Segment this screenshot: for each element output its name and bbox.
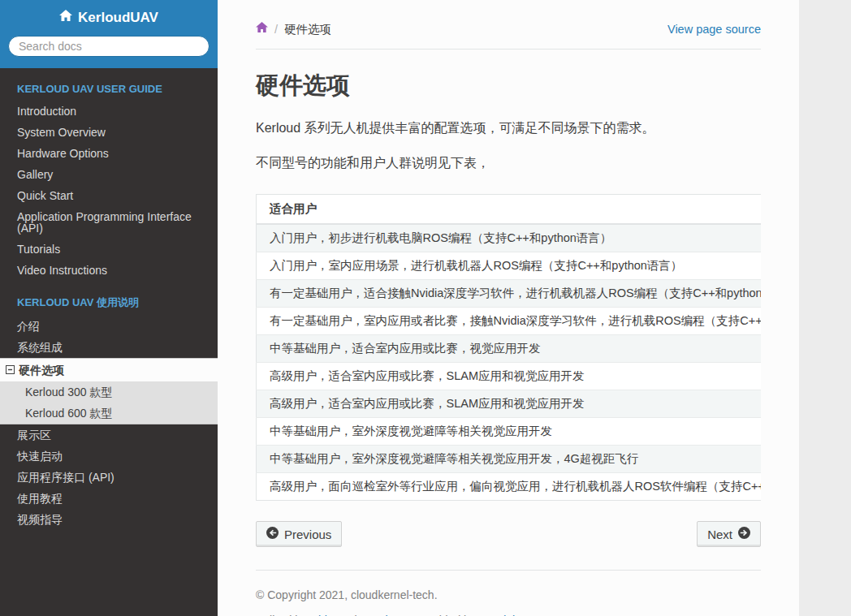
sidebar-item-jieshao[interactable]: 介绍	[0, 316, 218, 337]
table-cell: 中等基础用户，适合室内应用或比赛，视觉应用开发	[257, 335, 762, 363]
users-table-container: 适合用户 入门用户，初步进行机载电脑ROS编程（支持C++和python语言） …	[256, 194, 761, 501]
sidebar-item-yingjianxuanxiang-current[interactable]: 硬件选项	[0, 359, 218, 381]
sidebar-item-tutorials[interactable]: Tutorials	[0, 239, 218, 260]
sidebar-item-api[interactable]: Application Programming Interface (API)	[0, 206, 218, 239]
sidebar-item-video-instructions[interactable]: Video Instructions	[0, 260, 218, 281]
table-cell: 入门用户，初步进行机载电脑ROS编程（支持C++和python语言）	[257, 224, 762, 252]
breadcrumb: / 硬件选项 View page source	[256, 21, 761, 37]
sidebar-item-shipinzhidao[interactable]: 视频指导	[0, 509, 218, 530]
table-cell: 入门用户，室内应用场景，进行机载机器人ROS编程（支持C++和python语言）	[257, 252, 762, 280]
sidebar-item-system-overview[interactable]: System Overview	[0, 122, 218, 143]
table-row: 高级用户，面向巡检室外等行业应用，偏向视觉应用，进行机载机器人ROS软件编程（支…	[257, 473, 762, 501]
sidebar-item-shiyongjiaocheng[interactable]: 使用教程	[0, 488, 218, 509]
arrow-circle-left-icon	[266, 527, 279, 541]
previous-button-label: Previous	[284, 528, 331, 541]
app-title-link[interactable]: KerloudUAV	[59, 10, 158, 26]
table-row: 入门用户，初步进行机载电脑ROS编程（支持C++和python语言）	[257, 224, 762, 252]
breadcrumb-home-link[interactable]	[256, 21, 268, 37]
table-cell: 中等基础用户，室外深度视觉避障等相关视觉应用开发	[257, 418, 762, 446]
nav-caption-user-guide: KERLOUD UAV USER GUIDE	[0, 68, 218, 101]
collapse-toggle-icon[interactable]	[6, 364, 15, 376]
sidebar-item-kuaisuqidong[interactable]: 快速启动	[0, 446, 218, 467]
table-row: 中等基础用户，室外深度视觉避障等相关视觉应用开发	[257, 418, 762, 446]
table-cell: 中等基础用户，室外深度视觉避障等相关视觉应用开发，4G超视距飞行	[257, 446, 762, 473]
next-button-label: Next	[707, 528, 732, 541]
breadcrumb-separator: /	[274, 21, 278, 37]
content-card: / 硬件选项 View page source 硬件选项 Kerloud 系列无…	[218, 0, 799, 616]
next-button[interactable]: Next	[697, 521, 761, 547]
sidebar-nav: KERLOUD UAV USER GUIDE Introduction Syst…	[0, 68, 218, 616]
footer: © Copyright 2021, cloudkernel-tech. Buil…	[256, 588, 761, 616]
breadcrumb-current: 硬件选项	[284, 21, 331, 37]
sidebar-sub-list: Kerloud 300 款型 Kerloud 600 款型	[0, 381, 218, 424]
sidebar-item-xitongzucheng[interactable]: 系统组成	[0, 337, 218, 358]
sidebar-item-quick-start[interactable]: Quick Start	[0, 185, 218, 206]
sidebar: KerloudUAV KERLOUD UAV USER GUIDE Introd…	[0, 0, 218, 616]
table-row: 高级用户，适合室内应用或比赛，SLAM应用和视觉应用开发	[257, 390, 762, 418]
intro-paragraph-1: Kerloud 系列无人机提供丰富的配置选项，可满足不同场景下的需求。	[256, 118, 761, 138]
sidebar-current-section: 硬件选项 Kerloud 300 款型 Kerloud 600 款型	[0, 358, 218, 424]
table-row: 中等基础用户，室外深度视觉避障等相关视觉应用开发，4G超视距飞行	[257, 446, 762, 473]
page-title: 硬件选项	[256, 70, 761, 102]
breadcrumb-trail: / 硬件选项	[256, 21, 331, 37]
table-row: 中等基础用户，适合室内应用或比赛，视觉应用开发	[257, 335, 762, 363]
sidebar-current-label: 硬件选项	[19, 364, 64, 376]
view-page-source-link[interactable]: View page source	[667, 21, 761, 37]
breadcrumb-home-icon	[256, 21, 268, 37]
sidebar-item-kerloud-300[interactable]: Kerloud 300 款型	[0, 381, 218, 403]
table-row: 有一定基础用户，适合接触Nvidia深度学习软件，进行机载机器人ROS编程（支持…	[257, 280, 762, 308]
table-cell: 有一定基础用户，适合接触Nvidia深度学习软件，进行机载机器人ROS编程（支持…	[257, 280, 762, 308]
pager: Previous Next	[256, 521, 761, 547]
table-cell: 高级用户，面向巡检室外等行业应用，偏向视觉应用，进行机载机器人ROS软件编程（支…	[257, 473, 762, 501]
sidebar-item-kerloud-600[interactable]: Kerloud 600 款型	[0, 403, 218, 424]
sidebar-item-yingyongchengxu-api[interactable]: 应用程序接口 (API)	[0, 467, 218, 488]
sidebar-header: KerloudUAV	[0, 0, 218, 68]
table-cell: 有一定基础用户，室内应用或者比赛，接触Nvidia深度学习软件，进行机载ROS编…	[257, 308, 762, 335]
arrow-circle-right-icon	[738, 527, 750, 541]
content-wrapper: / 硬件选项 View page source 硬件选项 Kerloud 系列无…	[218, 0, 851, 616]
sidebar-item-introduction[interactable]: Introduction	[0, 101, 218, 122]
app-window: KerloudUAV KERLOUD UAV USER GUIDE Introd…	[0, 0, 851, 616]
footer-divider	[256, 570, 761, 571]
home-icon	[59, 10, 72, 26]
table-row: 有一定基础用户，室内应用或者比赛，接触Nvidia深度学习软件，进行机载ROS编…	[257, 308, 762, 335]
table-row: 高级用户，适合室内应用或比赛，SLAM应用和视觉应用开发	[257, 363, 762, 390]
copyright-text: © Copyright 2021, cloudkernel-tech.	[256, 588, 761, 602]
previous-button[interactable]: Previous	[256, 521, 342, 547]
table-cell: 高级用户，适合室内应用或比赛，SLAM应用和视觉应用开发	[257, 390, 762, 418]
nav-caption-usage-cn: KERLOUD UAV 使用说明	[0, 281, 218, 316]
app-title-text: KerloudUAV	[78, 10, 158, 26]
sidebar-item-gallery[interactable]: Gallery	[0, 164, 218, 185]
sidebar-item-hardware-options[interactable]: Hardware Options	[0, 143, 218, 164]
users-table: 适合用户 入门用户，初步进行机载电脑ROS编程（支持C++和python语言） …	[256, 194, 761, 501]
intro-paragraph-2: 不同型号的功能和用户人群说明见下表，	[256, 153, 761, 173]
table-header-row: 适合用户	[257, 195, 762, 225]
breadcrumb-divider	[256, 49, 761, 50]
table-row: 入门用户，室内应用场景，进行机载机器人ROS编程（支持C++和python语言）	[257, 252, 762, 280]
table-cell: 高级用户，适合室内应用或比赛，SLAM应用和视觉应用开发	[257, 363, 762, 390]
sidebar-item-zhanshiqu[interactable]: 展示区	[0, 424, 218, 446]
search-input[interactable]	[8, 36, 210, 57]
table-header-cell: 适合用户	[257, 195, 762, 225]
